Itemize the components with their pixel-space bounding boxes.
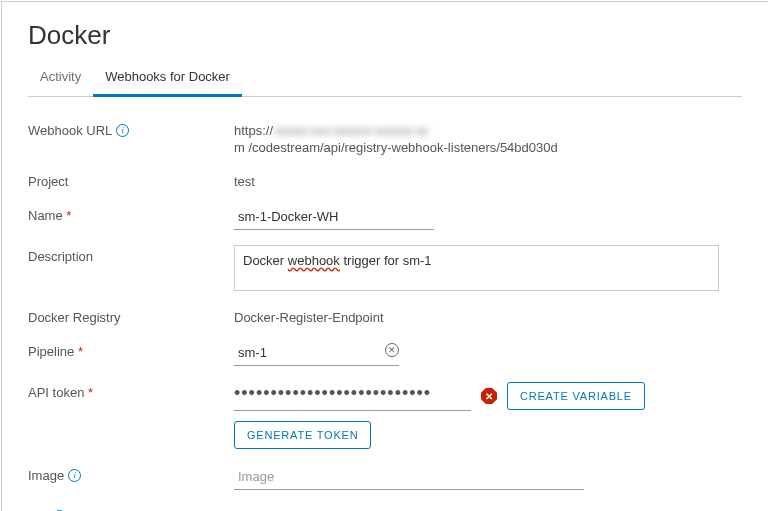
create-variable-button[interactable]: CREATE VARIABLE [507, 382, 645, 410]
label-docker-registry: Docker Registry [28, 306, 234, 325]
label-image: Image i [28, 464, 234, 483]
info-icon[interactable]: i [68, 469, 81, 482]
label-description: Description [28, 245, 234, 264]
value-name [234, 204, 742, 230]
label-project: Project [28, 170, 234, 189]
value-image [234, 464, 742, 490]
description-input[interactable]: Docker webhook trigger for sm-1 [234, 245, 719, 291]
label-pipeline: Pipeline [28, 340, 234, 359]
desc-pre: Docker [243, 253, 288, 268]
value-description: Docker webhook trigger for sm-1 [234, 245, 742, 291]
tab-webhooks-for-docker[interactable]: Webhooks for Docker [93, 61, 242, 97]
desc-mis: webhook [288, 253, 340, 268]
value-api-token: ••••••••••••••••••••••••••• ✕ CREATE VAR… [234, 381, 742, 449]
url-suffix: m /codestream/api/registry-webhook-liste… [234, 140, 558, 155]
row-api-token: API token ••••••••••••••••••••••••••• ✕ … [28, 381, 742, 449]
value-webhook-url: https://exxxx-xxx-xxxxxx-xxxxxx-xxm /cod… [234, 119, 742, 155]
label-api-token: API token [28, 381, 234, 400]
value-tag [234, 505, 742, 511]
image-input[interactable] [234, 464, 584, 490]
desc-post: trigger for sm-1 [340, 253, 432, 268]
value-docker-registry: Docker-Register-Endpoint [234, 306, 742, 325]
page-container: Docker Activity Webhooks for Docker Webh… [1, 1, 768, 511]
row-project: Project test [28, 170, 742, 189]
row-name: Name [28, 204, 742, 230]
label-description-text: Description [28, 249, 93, 264]
pipeline-input[interactable] [234, 340, 399, 366]
label-image-text: Image [28, 468, 64, 483]
label-name: Name [28, 204, 234, 223]
label-api-token-text: API token [28, 385, 93, 400]
generate-token-button[interactable]: GENERATE TOKEN [234, 421, 371, 449]
url-obscured: exxxx-xxx-xxxxxx-xxxxxx-xx [275, 123, 428, 138]
row-description: Description Docker webhook trigger for s… [28, 245, 742, 291]
label-docker-registry-text: Docker Registry [28, 310, 120, 325]
row-image: Image i [28, 464, 742, 490]
tab-bar: Activity Webhooks for Docker [28, 61, 742, 97]
clear-icon[interactable]: ✕ [385, 343, 399, 357]
row-pipeline: Pipeline ✕ [28, 340, 742, 366]
label-webhook-url-text: Webhook URL [28, 123, 112, 138]
label-pipeline-text: Pipeline [28, 344, 83, 359]
pipeline-wrap: ✕ [234, 340, 399, 366]
webhook-form: Webhook URL i https://exxxx-xxx-xxxxxx-x… [28, 119, 742, 511]
value-project: test [234, 170, 742, 189]
info-icon[interactable]: i [116, 124, 129, 137]
page-title: Docker [28, 20, 742, 51]
row-tag: Tag i [28, 505, 742, 511]
label-webhook-url: Webhook URL i [28, 119, 234, 138]
value-pipeline: ✕ [234, 340, 742, 366]
url-prefix: https:// [234, 123, 273, 138]
label-project-text: Project [28, 174, 68, 189]
api-token-input[interactable]: ••••••••••••••••••••••••••• [234, 381, 471, 411]
error-icon: ✕ [481, 388, 497, 404]
row-docker-registry: Docker Registry Docker-Register-Endpoint [28, 306, 742, 325]
row-webhook-url: Webhook URL i https://exxxx-xxx-xxxxxx-x… [28, 119, 742, 155]
tag-input[interactable] [234, 505, 584, 511]
name-input[interactable] [234, 204, 434, 230]
label-tag: Tag i [28, 505, 234, 511]
label-name-text: Name [28, 208, 71, 223]
tab-activity[interactable]: Activity [28, 61, 93, 97]
